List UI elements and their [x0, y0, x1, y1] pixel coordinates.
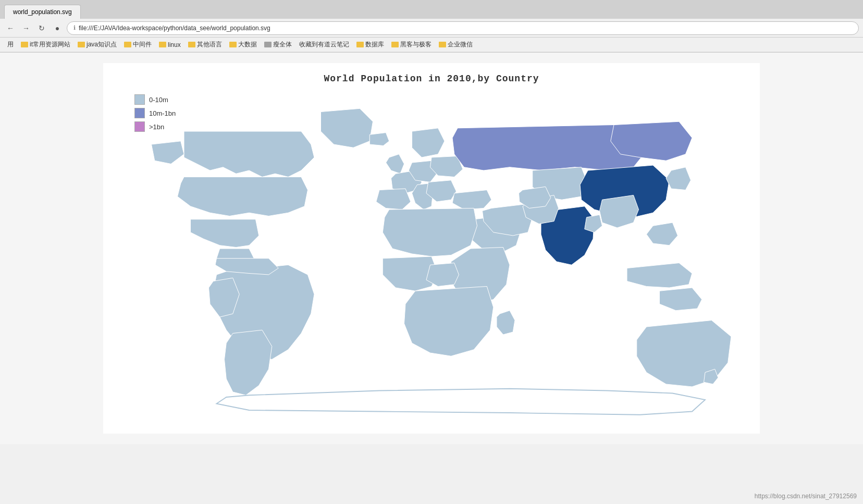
- bookmark-item-9[interactable]: 数据库: [353, 39, 387, 50]
- forward-button[interactable]: →: [20, 22, 32, 34]
- bookmark-label-2: java知识点: [87, 40, 117, 49]
- browser-chrome: world_population.svg ← → ↻ ● ℹ file:///E…: [0, 0, 863, 53]
- address-text: file:///E:/JAVA/Idea-workspace/python/da…: [79, 24, 270, 32]
- back-button[interactable]: ←: [4, 22, 17, 34]
- chart-title: World Population in 2010,by Country: [119, 73, 744, 84]
- bookmark-item-5[interactable]: 其他语言: [185, 39, 225, 50]
- bookmark-label-0: 用: [7, 40, 14, 49]
- browser-tab[interactable]: world_population.svg: [4, 5, 81, 19]
- bookmark-folder-icon-9: [356, 42, 364, 47]
- bookmark-folder-icon-1: [21, 42, 28, 47]
- tab-title: world_population.svg: [13, 8, 72, 16]
- bookmark-item-6[interactable]: 大数据: [226, 39, 260, 50]
- bookmark-label-5: 其他语言: [197, 40, 222, 49]
- legend-item-2: >1bn: [134, 121, 176, 132]
- bookmark-folder-icon-2: [78, 42, 85, 47]
- watermark: https://blog.csdn.net/sinat_27912569: [755, 493, 857, 500]
- bookmark-label-7: 瘦全体: [273, 40, 292, 49]
- bookmark-label-4: linux: [168, 41, 181, 48]
- bookmark-item-8[interactable]: 收藏到有道云笔记: [296, 39, 352, 50]
- north-africa: [383, 208, 477, 257]
- map-svg-wrapper: [119, 92, 744, 418]
- bookmark-folder-icon-5: [188, 42, 195, 47]
- bookmark-item-0[interactable]: 用: [4, 39, 17, 50]
- nigeria: [426, 263, 459, 287]
- legend-color-1: [134, 108, 145, 118]
- legend-color-2: [134, 121, 145, 132]
- russia-east: [611, 121, 692, 161]
- iceland: [369, 133, 389, 146]
- legend-color-0: [134, 94, 145, 105]
- security-icon: ℹ: [73, 24, 76, 31]
- bookmark-label-3: 中间件: [133, 40, 152, 49]
- legend-item-0: 0-10m: [134, 94, 176, 105]
- bookmark-folder-icon-11: [439, 42, 446, 47]
- bookmark-item-10[interactable]: 黑客与极客: [388, 39, 435, 50]
- reload-button[interactable]: ↻: [35, 22, 48, 34]
- bookmark-folder-icon-10: [391, 42, 399, 47]
- bookmark-label-9: 数据库: [365, 40, 384, 49]
- address-bar[interactable]: ℹ file:///E:/JAVA/Idea-workspace/python/…: [67, 21, 859, 35]
- bookmark-item-3[interactable]: 中间件: [121, 39, 155, 50]
- legend-item-1: 10m-1bn: [134, 108, 176, 118]
- bookmark-label-11: 企业微信: [448, 40, 473, 49]
- bookmark-label-1: it常用资源网站: [30, 40, 70, 49]
- myanmar-thailand: [600, 195, 639, 228]
- bookmark-label-8: 收藏到有道云笔记: [299, 40, 349, 49]
- bookmark-label-6: 大数据: [238, 40, 257, 49]
- page-content: World Population in 2010,by Country 0-10…: [0, 53, 863, 444]
- legend-label-0: 0-10m: [149, 96, 168, 104]
- map-container: World Population in 2010,by Country 0-10…: [103, 63, 760, 434]
- browser-toolbar: ← → ↻ ● ℹ file:///E:/JAVA/Idea-workspace…: [0, 19, 863, 38]
- bookmark-item-2[interactable]: java知识点: [75, 39, 120, 50]
- bookmark-item-7[interactable]: 瘦全体: [261, 39, 295, 50]
- bookmark-folder-icon-6: [229, 42, 237, 47]
- bookmark-folder-icon-7: [264, 42, 272, 47]
- bookmark-item-11[interactable]: 企业微信: [436, 39, 476, 50]
- bookmark-label-10: 黑客与极客: [400, 40, 432, 49]
- legend: 0-10m 10m-1bn >1bn: [134, 94, 176, 135]
- tab-bar: world_population.svg: [0, 0, 863, 19]
- bookmark-item-4[interactable]: linux: [156, 40, 184, 50]
- bookmarks-bar: 用 it常用资源网站 java知识点 中间件 linux 其他语言 大数据 瘦: [0, 38, 863, 52]
- home-button[interactable]: ●: [51, 22, 64, 34]
- bookmark-folder-icon-3: [124, 42, 131, 47]
- bookmark-item-1[interactable]: it常用资源网站: [18, 39, 73, 50]
- legend-label-2: >1bn: [149, 123, 164, 131]
- world-map-svg: [119, 92, 744, 418]
- bookmark-folder-icon-4: [159, 42, 166, 47]
- legend-label-1: 10m-1bn: [149, 109, 176, 117]
